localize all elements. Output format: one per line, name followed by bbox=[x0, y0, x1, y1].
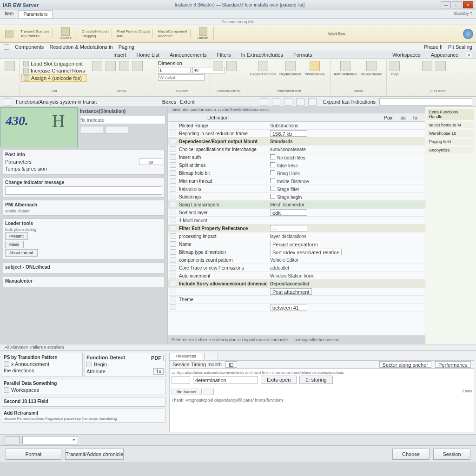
row-value[interactable]: Substructions bbox=[270, 123, 423, 128]
right-item[interactable]: select home to M bbox=[427, 122, 474, 128]
rbtn[interactable] bbox=[212, 60, 224, 72]
value-box[interactable]: Persist interplatform bbox=[270, 241, 320, 247]
checkbox[interactable] bbox=[270, 178, 275, 183]
search-input[interactable] bbox=[379, 98, 472, 106]
property-grid[interactable]: Piloted RangeSubstructionsReporting in-c… bbox=[168, 122, 425, 335]
value-box[interactable]: Post attachment bbox=[270, 288, 312, 295]
property-row[interactable]: IndicationsStage filter bbox=[168, 185, 425, 193]
bar2-item[interactable]: Components bbox=[15, 44, 44, 50]
rtab[interactable]: Filters bbox=[214, 52, 234, 58]
ribbon-app-icon[interactable] bbox=[3, 29, 16, 39]
rbtn[interactable] bbox=[132, 60, 144, 72]
rtab[interactable]: Formats bbox=[291, 52, 315, 58]
checkbox[interactable] bbox=[270, 170, 275, 175]
rtab[interactable]: Announcements bbox=[167, 52, 210, 58]
rbtn[interactable] bbox=[118, 60, 130, 72]
entry-button[interactable]: 0: storing bbox=[299, 376, 332, 384]
panel-button[interactable]: About thread bbox=[5, 249, 38, 257]
rbtn[interactable] bbox=[4, 60, 16, 72]
row-value[interactable]: between 41 bbox=[270, 304, 423, 311]
transmit-button[interactable]: Transmit/Addon chronicle bbox=[65, 449, 124, 460]
preview-thumbnail[interactable]: 430. H bbox=[0, 107, 78, 147]
rbtn[interactable]: Replacement bbox=[278, 60, 302, 77]
mini-button[interactable] bbox=[4, 98, 12, 106]
bgroup-line[interactable]: the directions bbox=[4, 367, 81, 374]
mini-button[interactable] bbox=[296, 98, 304, 106]
side-btn[interactable] bbox=[80, 126, 103, 133]
ribbon1-btn[interactable]: Routes bbox=[57, 26, 73, 41]
menu-item[interactable]: Item bbox=[0, 10, 18, 18]
bar2-item[interactable]: Resolution & Modulations in bbox=[49, 44, 112, 50]
row-value[interactable]: 158.7 kb bbox=[270, 130, 423, 137]
help-orb-icon[interactable] bbox=[463, 29, 473, 39]
bhead-select[interactable]: ID bbox=[225, 361, 237, 368]
col-h[interactable]: fo bbox=[410, 115, 421, 120]
rbtn[interactable] bbox=[225, 60, 238, 72]
property-row[interactable]: Post attachment bbox=[168, 288, 425, 296]
bottom-tab[interactable] bbox=[204, 353, 218, 360]
rbtn[interactable] bbox=[105, 60, 117, 72]
format-button[interactable]: Format bbox=[6, 449, 61, 460]
mini-button[interactable] bbox=[284, 98, 292, 106]
value-box[interactable]: — bbox=[270, 225, 307, 231]
row-value[interactable]: — bbox=[270, 225, 423, 231]
footer-tab[interactable] bbox=[204, 389, 214, 395]
bar2-item[interactable]: Paging bbox=[119, 44, 134, 50]
row-value[interactable]: Inside Distance bbox=[270, 178, 423, 184]
form-input[interactable] bbox=[158, 67, 191, 73]
property-row[interactable]: Sang LandscrapersMesh /connector bbox=[168, 201, 425, 209]
combo-select[interactable]: ▼ bbox=[22, 436, 78, 444]
row-value[interactable]: Vehicle Editor bbox=[270, 258, 423, 263]
ribbon1-btn[interactable]: Datum bbox=[195, 26, 211, 41]
right-item[interactable]: Anonymize bbox=[427, 147, 474, 153]
col-h[interactable]: as bbox=[397, 115, 410, 120]
property-row[interactable]: 4 Multi-mount bbox=[168, 217, 425, 225]
value-box[interactable]: between 41 bbox=[270, 304, 307, 311]
bgroup-value[interactable]: PDF bbox=[149, 355, 164, 361]
property-row[interactable]: between 41 bbox=[168, 304, 425, 311]
property-row[interactable]: Theme bbox=[168, 296, 425, 304]
col-h[interactable]: Pair bbox=[380, 115, 397, 120]
property-row[interactable]: Reporting in-cost reduction frame158.7 k… bbox=[168, 130, 425, 138]
rlist-item[interactable]: Load Slot Engagement bbox=[21, 60, 87, 67]
property-row[interactable]: Auto incrementWindow Station hook bbox=[168, 272, 425, 280]
value-box[interactable]: Sort index associated relation bbox=[270, 249, 342, 255]
checkbox[interactable] bbox=[270, 194, 275, 199]
row-value[interactable]: Persist interplatform bbox=[270, 241, 423, 247]
rbtn[interactable] bbox=[435, 60, 447, 72]
choose-button[interactable]: Choose bbox=[392, 449, 430, 460]
property-row[interactable]: Split at timesfalse keys bbox=[168, 161, 425, 169]
mini-button[interactable] bbox=[272, 98, 280, 106]
rtab[interactable]: Home List bbox=[134, 52, 163, 58]
bhead-button[interactable]: Sector along anchor bbox=[379, 361, 431, 368]
row-value[interactable]: Stage filter bbox=[270, 186, 423, 192]
row-value[interactable]: No batch files bbox=[270, 154, 423, 160]
bgroup-line[interactable]: Workspaces bbox=[4, 387, 164, 393]
footer-tab[interactable]: the banner bbox=[172, 389, 202, 395]
session-button[interactable]: Session bbox=[433, 449, 470, 460]
bar2-right[interactable]: Pit Scaling bbox=[448, 44, 472, 50]
entry-button[interactable]: Exits open bbox=[261, 376, 297, 384]
rbtn[interactable]: Monochrome bbox=[360, 60, 383, 77]
property-row[interactable]: Core Trace or new Permissionsaddoutlet bbox=[168, 264, 425, 272]
rbtn[interactable]: Expand schema bbox=[249, 60, 277, 77]
row-value[interactable]: Mesh /connector bbox=[270, 202, 423, 207]
property-row[interactable]: Bitmap held bitBring Units bbox=[168, 169, 425, 177]
change-indicator-input[interactable] bbox=[5, 186, 162, 195]
maximize-button[interactable]: □ bbox=[452, 1, 462, 8]
rtab[interactable]: Workspaces bbox=[390, 52, 423, 58]
bgroup-value[interactable]: 1x bbox=[153, 368, 164, 375]
rlist-item-active[interactable]: Assign 4 (unicode fps) bbox=[21, 74, 87, 82]
right-item[interactable]: Warehouse 15 bbox=[427, 130, 474, 137]
rbtn[interactable]: Administration bbox=[333, 60, 358, 77]
side-btn[interactable] bbox=[105, 126, 128, 133]
checkbox[interactable] bbox=[270, 162, 275, 167]
property-row[interactable]: Choice: specifications for Interchangeau… bbox=[168, 145, 425, 153]
property-row[interactable]: SubstringsStage begin bbox=[168, 193, 425, 201]
checkbox[interactable] bbox=[270, 154, 275, 159]
property-row[interactable]: Sortland layeredit bbox=[168, 209, 425, 217]
property-row[interactable]: components count patternVehicle Editor bbox=[168, 256, 425, 264]
rlist-item[interactable]: Increase Channel Rows bbox=[21, 67, 87, 74]
minimize-button[interactable]: — bbox=[441, 1, 451, 8]
property-row[interactable]: processing impactlayer declarations bbox=[168, 232, 425, 240]
